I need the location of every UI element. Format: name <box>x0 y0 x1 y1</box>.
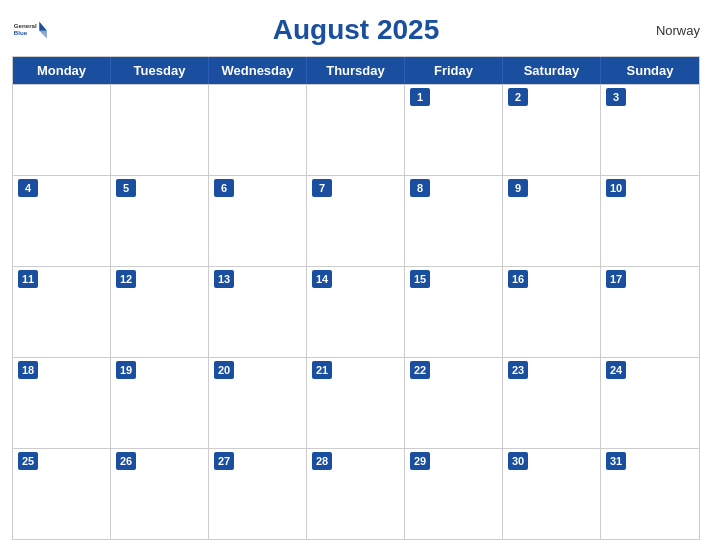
day-number: 7 <box>312 179 332 197</box>
day-cell-3-5: 23 <box>503 358 601 448</box>
day-cell-2-1: 12 <box>111 267 209 357</box>
day-cell-4-1: 26 <box>111 449 209 539</box>
day-cell-4-5: 30 <box>503 449 601 539</box>
day-cell-0-5: 2 <box>503 85 601 175</box>
day-number: 11 <box>18 270 38 288</box>
day-cell-1-0: 4 <box>13 176 111 266</box>
day-number: 17 <box>606 270 626 288</box>
header-sunday: Sunday <box>601 57 699 84</box>
day-number: 20 <box>214 361 234 379</box>
week-row-5: 25262728293031 <box>13 448 699 539</box>
weeks: 1234567891011121314151617181920212223242… <box>13 84 699 539</box>
day-number: 1 <box>410 88 430 106</box>
day-number: 9 <box>508 179 528 197</box>
day-cell-3-6: 24 <box>601 358 699 448</box>
day-cell-0-6: 3 <box>601 85 699 175</box>
svg-marker-2 <box>39 22 47 31</box>
day-headers: Monday Tuesday Wednesday Thursday Friday… <box>13 57 699 84</box>
day-number: 2 <box>508 88 528 106</box>
day-cell-3-3: 21 <box>307 358 405 448</box>
day-cell-2-3: 14 <box>307 267 405 357</box>
day-number: 16 <box>508 270 528 288</box>
day-cell-4-2: 27 <box>209 449 307 539</box>
week-row-2: 45678910 <box>13 175 699 266</box>
day-cell-3-4: 22 <box>405 358 503 448</box>
day-cell-1-5: 9 <box>503 176 601 266</box>
month-title: August 2025 <box>273 14 440 46</box>
day-cell-2-6: 17 <box>601 267 699 357</box>
week-row-4: 18192021222324 <box>13 357 699 448</box>
day-number: 29 <box>410 452 430 470</box>
day-number: 14 <box>312 270 332 288</box>
day-cell-3-2: 20 <box>209 358 307 448</box>
week-row-1: 123 <box>13 84 699 175</box>
day-cell-4-6: 31 <box>601 449 699 539</box>
day-number: 10 <box>606 179 626 197</box>
day-number: 12 <box>116 270 136 288</box>
day-number: 15 <box>410 270 430 288</box>
day-cell-2-4: 15 <box>405 267 503 357</box>
header-tuesday: Tuesday <box>111 57 209 84</box>
day-number: 23 <box>508 361 528 379</box>
logo-icon: General Blue <box>12 20 48 40</box>
day-cell-0-0 <box>13 85 111 175</box>
day-number: 24 <box>606 361 626 379</box>
calendar-header: General Blue August 2025 Norway <box>12 10 700 52</box>
day-cell-1-3: 7 <box>307 176 405 266</box>
day-cell-1-2: 6 <box>209 176 307 266</box>
calendar-container: General Blue August 2025 Norway Monday T… <box>0 0 712 550</box>
svg-text:Blue: Blue <box>14 29 28 36</box>
day-cell-1-4: 8 <box>405 176 503 266</box>
day-cell-4-3: 28 <box>307 449 405 539</box>
day-cell-0-1 <box>111 85 209 175</box>
day-cell-1-1: 5 <box>111 176 209 266</box>
day-number: 13 <box>214 270 234 288</box>
day-number: 25 <box>18 452 38 470</box>
day-number: 21 <box>312 361 332 379</box>
country-label: Norway <box>656 23 700 38</box>
header-saturday: Saturday <box>503 57 601 84</box>
day-cell-0-3 <box>307 85 405 175</box>
day-number: 28 <box>312 452 332 470</box>
day-number: 26 <box>116 452 136 470</box>
day-number: 27 <box>214 452 234 470</box>
header-friday: Friday <box>405 57 503 84</box>
day-cell-0-2 <box>209 85 307 175</box>
day-cell-2-2: 13 <box>209 267 307 357</box>
day-cell-2-0: 11 <box>13 267 111 357</box>
day-number: 18 <box>18 361 38 379</box>
day-cell-4-0: 25 <box>13 449 111 539</box>
logo: General Blue <box>12 20 48 40</box>
week-row-3: 11121314151617 <box>13 266 699 357</box>
day-cell-1-6: 10 <box>601 176 699 266</box>
svg-marker-3 <box>39 31 47 39</box>
day-number: 4 <box>18 179 38 197</box>
day-number: 5 <box>116 179 136 197</box>
day-number: 31 <box>606 452 626 470</box>
svg-text:General: General <box>14 22 37 29</box>
day-cell-3-0: 18 <box>13 358 111 448</box>
day-number: 8 <box>410 179 430 197</box>
day-number: 6 <box>214 179 234 197</box>
day-cell-0-4: 1 <box>405 85 503 175</box>
day-number: 19 <box>116 361 136 379</box>
day-number: 3 <box>606 88 626 106</box>
calendar-grid: Monday Tuesday Wednesday Thursday Friday… <box>12 56 700 540</box>
day-cell-3-1: 19 <box>111 358 209 448</box>
day-number: 30 <box>508 452 528 470</box>
day-number: 22 <box>410 361 430 379</box>
header-wednesday: Wednesday <box>209 57 307 84</box>
header-monday: Monday <box>13 57 111 84</box>
header-thursday: Thursday <box>307 57 405 84</box>
day-cell-4-4: 29 <box>405 449 503 539</box>
day-cell-2-5: 16 <box>503 267 601 357</box>
